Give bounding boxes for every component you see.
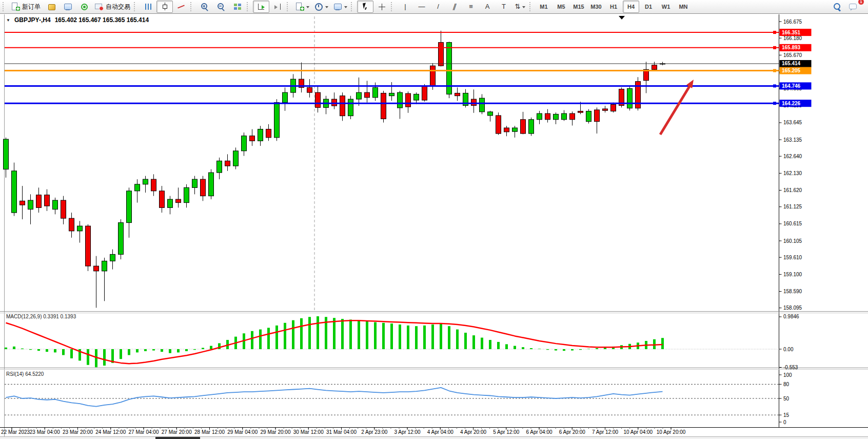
horizontal-line-button[interactable]: — — [413, 1, 430, 13]
chat-bubble-icon — [849, 3, 858, 11]
svg-text:29 Mar 20:00: 29 Mar 20:00 — [261, 429, 291, 435]
svg-text:31 Mar 04:00: 31 Mar 04:00 — [326, 429, 357, 435]
autotrading-button[interactable]: 自动交易 — [92, 1, 133, 13]
annotation-arrow[interactable] — [660, 80, 694, 135]
timeframe-button-m15[interactable]: M15 — [570, 1, 587, 13]
timeframe-button-mn[interactable]: MN — [675, 1, 692, 13]
chart-shift-button[interactable] — [269, 1, 286, 13]
trendline-button[interactable]: / — [430, 1, 446, 13]
main-toolbar: 新订单 自动交易 | — / ∥ ≡ A T ⇅ M1M5M15M30H1H4D… — [0, 0, 868, 14]
vertical-line-button[interactable]: | — [397, 1, 413, 13]
hline-handle[interactable] — [773, 84, 776, 87]
price-axis[interactable]: 166.675166.180165.670165.160164.665164.1… — [779, 19, 812, 425]
chart-symbol-label: GBPJPY-,H4 — [14, 16, 51, 24]
hline-handle[interactable] — [773, 31, 776, 34]
text-tool-button[interactable]: A — [479, 1, 496, 13]
line-chart-button[interactable] — [173, 1, 189, 13]
svg-text:-0.553: -0.553 — [783, 365, 798, 370]
timeframe-button-d1[interactable]: D1 — [640, 1, 657, 13]
rsi-line — [6, 388, 663, 407]
svg-text:50: 50 — [783, 396, 790, 402]
chevron-down-icon — [522, 6, 525, 10]
auto-scroll-button[interactable] — [253, 1, 269, 13]
chart-shift-marker[interactable] — [619, 16, 625, 20]
svg-text:80: 80 — [783, 381, 790, 387]
fibonacci-button[interactable]: ≡ — [463, 1, 479, 13]
svg-text:161.125: 161.125 — [783, 204, 802, 209]
svg-text:162.130: 162.130 — [783, 170, 802, 176]
search-button[interactable] — [828, 1, 845, 13]
indicators-button[interactable] — [293, 1, 312, 13]
toolbar-grip — [287, 2, 291, 11]
horizontal-line-icon: — — [419, 3, 425, 10]
text-tool-icon: A — [485, 3, 490, 10]
periods-button[interactable] — [312, 1, 331, 13]
svg-text:165.670: 165.670 — [783, 52, 802, 58]
cursor-icon — [361, 3, 370, 11]
shapes-button[interactable]: ⇅ — [512, 1, 528, 13]
svg-text:10 Apr 20:00: 10 Apr 20:00 — [657, 429, 686, 435]
svg-text:166.675: 166.675 — [783, 19, 802, 25]
zoom-out-icon — [217, 3, 226, 11]
svg-text:27 Mar 20:00: 27 Mar 20:00 — [162, 429, 192, 435]
toolbar-grip — [3, 2, 7, 11]
timeframe-button-m1[interactable]: M1 — [536, 1, 552, 13]
market-depth-button[interactable] — [60, 1, 76, 13]
templates-button[interactable] — [331, 1, 350, 13]
hline-handle[interactable] — [773, 102, 776, 105]
svg-text:166.351: 166.351 — [782, 30, 801, 35]
svg-text:30 Mar 12:00: 30 Mar 12:00 — [293, 429, 324, 435]
cursor-button[interactable] — [357, 1, 373, 13]
timeframe-button-h4[interactable]: H4 — [623, 1, 639, 13]
bar-chart-icon — [144, 3, 153, 11]
timeframe-button-h1[interactable]: H1 — [605, 1, 622, 13]
svg-text:5 Apr 12:00: 5 Apr 12:00 — [493, 429, 520, 435]
signals-button[interactable] — [76, 1, 92, 13]
chevron-down-icon — [344, 6, 347, 10]
label-tool-button[interactable]: T — [496, 1, 512, 13]
candlesticks — [4, 31, 665, 308]
svg-text:166.180: 166.180 — [783, 35, 802, 41]
svg-text:0.9846: 0.9846 — [783, 314, 799, 319]
scrollbar-thumb[interactable] — [155, 437, 200, 439]
zoom-in-button[interactable] — [196, 1, 213, 13]
candlestick-chart-button[interactable] — [156, 1, 173, 13]
cube-icon — [47, 3, 56, 11]
svg-text:160.615: 160.615 — [783, 221, 802, 226]
shapes-icon: ⇅ — [515, 3, 521, 10]
timeframe-button-w1[interactable]: W1 — [658, 1, 674, 13]
horizontal-scrollbar[interactable] — [0, 436, 868, 439]
bar-chart-button[interactable] — [140, 1, 156, 13]
hline-handle[interactable] — [773, 46, 776, 49]
signal-icon — [80, 3, 89, 11]
notifications-button[interactable]: 1 — [845, 1, 861, 13]
new-order-button[interactable]: 新订单 — [9, 1, 43, 13]
svg-text:164.746: 164.746 — [782, 83, 801, 89]
toolbar-grip — [391, 2, 395, 11]
svg-text:159.100: 159.100 — [783, 272, 802, 277]
rsi-indicator-label: RSI(14) 64.5220 — [6, 371, 44, 377]
timeframe-button-m5[interactable]: M5 — [553, 1, 569, 13]
svg-text:3 Apr 12:00: 3 Apr 12:00 — [394, 429, 421, 435]
time-axis[interactable]: 22 Mar 202323 Mar 04:0023 Mar 20:0024 Ma… — [1, 427, 686, 435]
quick-trade-button[interactable] — [43, 1, 60, 13]
svg-text:158.590: 158.590 — [783, 289, 802, 294]
tile-windows-button[interactable] — [229, 1, 246, 13]
svg-text:161.620: 161.620 — [783, 187, 802, 193]
tile-windows-icon — [233, 3, 242, 11]
svg-text:29 Mar 04:00: 29 Mar 04:00 — [227, 429, 258, 435]
toolbar-grip — [190, 2, 194, 11]
channel-button[interactable]: ∥ — [446, 1, 463, 13]
svg-text:4 Apr 04:00: 4 Apr 04:00 — [427, 429, 454, 435]
hline-handle[interactable] — [773, 69, 776, 72]
crosshair-button[interactable] — [373, 1, 390, 13]
svg-text:6 Apr 04:00: 6 Apr 04:00 — [526, 429, 553, 435]
timeframe-button-m30[interactable]: M30 — [588, 1, 604, 13]
svg-text:163.645: 163.645 — [783, 120, 802, 125]
new-order-icon — [11, 3, 20, 11]
svg-text:2 Apr 23:00: 2 Apr 23:00 — [361, 429, 388, 435]
zoom-out-button[interactable] — [213, 1, 229, 13]
chart-canvas[interactable]: 166.675166.180165.670165.160164.665164.1… — [0, 0, 868, 439]
chart-collapse-icon[interactable]: ▼ — [6, 18, 10, 23]
svg-text:165.205: 165.205 — [782, 68, 801, 73]
